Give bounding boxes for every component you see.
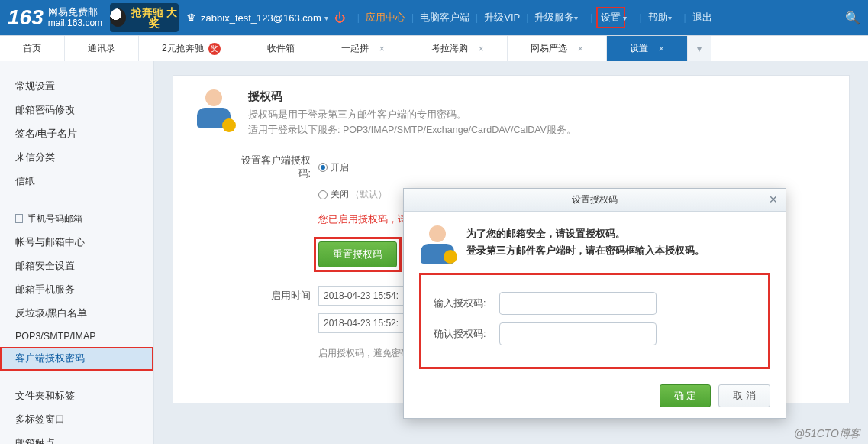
logo-163: 163 [8, 5, 44, 30]
sidebar-item-folders[interactable]: 文件夹和标签 [0, 384, 153, 408]
sidebar-item-signature[interactable]: 签名/电子名片 [0, 122, 153, 146]
close-icon[interactable]: × [479, 44, 484, 54]
tab-inbox[interactable]: 收件箱 [244, 36, 318, 61]
panel-title: 授权码 [248, 89, 576, 104]
sidebar-item-password[interactable]: 邮箱密码修改 [0, 99, 153, 122]
tab-yanxuan[interactable]: 网易严选× [508, 36, 607, 61]
power-icon[interactable]: ⏻ [334, 11, 345, 24]
tab-contacts[interactable]: 通讯录 [65, 36, 139, 61]
chevron-down-icon: ▾ [697, 44, 702, 54]
tab-more[interactable]: ▾ [688, 36, 711, 61]
ok-button[interactable]: 确 定 [660, 384, 712, 407]
modal-header: 设置授权码 ✕ [404, 189, 786, 212]
user-key-icon [419, 225, 456, 262]
caret-down-icon[interactable]: ▾ [324, 14, 328, 22]
user-key-icon [193, 89, 234, 131]
watermark: @51CTO博客 [794, 427, 860, 441]
tab-settings[interactable]: 设置× [607, 36, 688, 61]
search-icon[interactable]: 🔍 [845, 11, 860, 25]
enable-time-label: 启用时间 [230, 290, 318, 303]
sidebar-item-pop3[interactable]: POP3/SMTP/IMAP [0, 326, 153, 347]
logo-subtitle: 网易免费邮 mail.163.com [48, 7, 102, 28]
sidebar-item-account-center[interactable]: 帐号与邮箱中心 [0, 231, 153, 254]
sidebar: 常规设置 邮箱密码修改 签名/电子名片 来信分类 信纸 手机号码邮箱 帐号与邮箱… [0, 61, 154, 444]
tab-home[interactable]: 首页 [0, 36, 65, 61]
soccer-ball-icon [110, 8, 126, 27]
caret-down-icon[interactable]: ▾ [574, 14, 578, 22]
close-icon[interactable]: × [578, 44, 583, 54]
link-pc-client[interactable]: 电脑客户端 [420, 11, 469, 24]
sidebar-item-antispam[interactable]: 反垃圾/黑白名单 [0, 302, 153, 326]
confirm-auth-label: 确认授权码: [434, 328, 499, 341]
sidebar-item-mobile-mail[interactable]: 手机号码邮箱 [0, 207, 153, 231]
auth-code-confirm-input[interactable] [499, 322, 657, 345]
link-help[interactable]: 帮助 [648, 11, 668, 24]
caret-down-icon[interactable]: ▾ [668, 14, 672, 22]
set-auth-label: 设置客户端授权码: [230, 154, 318, 180]
link-settings[interactable]: 设置 [599, 9, 623, 26]
sidebar-item-auth-code[interactable]: 客户端授权密码 [0, 347, 153, 371]
reset-auth-button[interactable]: 重置授权码 [318, 241, 397, 267]
sidebar-item-stationery[interactable]: 信纸 [0, 170, 153, 193]
promo-badge[interactable]: 抢奔驰 大奖 [110, 3, 179, 32]
sidebar-item-mobile-service[interactable]: 邮箱手机服务 [0, 278, 153, 302]
caret-down-icon[interactable]: ▾ [623, 14, 627, 22]
sidebar-item-multitab[interactable]: 多标签窗口 [0, 408, 153, 432]
intro-text: 授权码 授权码是用于登录第三方邮件客户端的专用密码。 适用于登录以下服务: PO… [248, 89, 576, 138]
close-icon[interactable]: ✕ [767, 193, 779, 206]
sidebar-item-security[interactable]: 邮箱安全设置 [0, 254, 153, 278]
auth-code-input[interactable] [499, 292, 657, 315]
badge-icon: 奖 [208, 43, 221, 55]
tab-kaola[interactable]: 考拉海购× [408, 36, 508, 61]
close-icon[interactable]: × [379, 44, 385, 54]
modal-body: 为了您的邮箱安全，请设置授权码。 登录第三方邮件客户端时，请在密码框输入本授权码… [404, 212, 786, 418]
crown-icon: ♛ [186, 11, 196, 24]
user-email[interactable]: zabbix_test_123@163.com [201, 12, 321, 24]
hint-line: 启用授权码，避免密码 [318, 347, 410, 360]
modal-title: 设置授权码 [572, 193, 618, 206]
close-icon[interactable]: × [659, 44, 664, 54]
sidebar-item-general[interactable]: 常规设置 [0, 75, 153, 99]
radio-icon [318, 163, 328, 172]
radio-off[interactable]: 关闭（默认） [318, 188, 387, 201]
radio-on[interactable]: 开启 [318, 161, 349, 174]
auth-fields-highlight: 输入授权码: 确认授权码: [419, 273, 770, 369]
link-upgrade-vip[interactable]: 升级VIP [484, 11, 520, 24]
cancel-button[interactable]: 取 消 [718, 384, 770, 407]
phone-icon [15, 214, 23, 223]
input-auth-label: 输入授权码: [434, 297, 499, 310]
link-logout[interactable]: 退出 [692, 11, 712, 24]
link-app-center[interactable]: 应用中心 [366, 11, 405, 24]
intro-row: 授权码 授权码是用于登录第三方邮件客户端的专用密码。 适用于登录以下服务: PO… [193, 89, 829, 138]
tabs-row: 首页 通讯录 2元抢奔驰奖 收件箱 一起拼× 考拉海购× 网易严选× 设置× ▾ [0, 35, 868, 61]
sidebar-item-touchpoint[interactable]: 邮箱触点 [0, 432, 153, 444]
tab-yiqipin[interactable]: 一起拼× [318, 36, 408, 61]
tab-promo[interactable]: 2元抢奔驰奖 [139, 36, 244, 61]
radio-icon [318, 190, 328, 199]
top-bar: 163 网易免费邮 mail.163.com 抢奔驰 大奖 ♛ zabbix_t… [0, 0, 868, 35]
sidebar-item-filter[interactable]: 来信分类 [0, 146, 153, 170]
link-upgrade-service[interactable]: 升级服务 [534, 11, 574, 24]
auth-code-modal: 设置授权码 ✕ 为了您的邮箱安全，请设置授权码。 登录第三方邮件客户端时，请在密… [403, 188, 786, 419]
